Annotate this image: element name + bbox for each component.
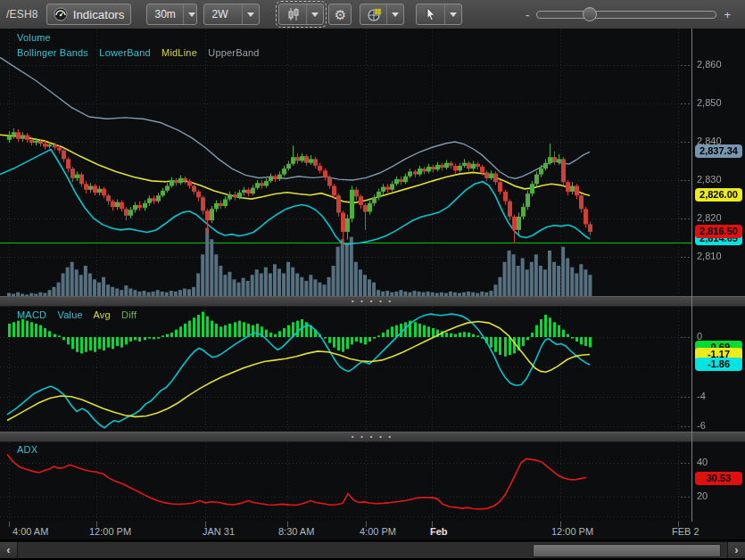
adx-tick-label: 20	[697, 490, 708, 501]
chart-scrollbar: ‹ ›	[0, 541, 745, 558]
price-tick-label: 2,810	[697, 251, 722, 261]
chart-settings-button[interactable]: ⚙	[328, 4, 352, 25]
range-dropdown[interactable]: 2W	[203, 4, 260, 25]
time-axis-label: Feb	[430, 526, 448, 537]
volume-study-label[interactable]: Volume	[17, 32, 59, 43]
time-axis[interactable]: 4:00 AM12:00 PMJAN 318:30 AM4:00 PMFeb12…	[0, 522, 745, 539]
time-axis-label: 12:00 PM	[89, 526, 131, 537]
price-tick-label: 2,860	[697, 59, 722, 70]
midline-price-badge: 2,826.00	[695, 188, 742, 202]
grid-layout-dropdown[interactable]	[360, 4, 404, 25]
adx-study-label[interactable]: ADX	[17, 444, 46, 455]
scrollbar-track[interactable]	[18, 542, 727, 558]
chevron-down-icon	[444, 4, 461, 24]
timeframe-dropdown[interactable]: 30m	[146, 4, 197, 25]
gauge-icon	[54, 7, 68, 21]
time-axis-label: FEB 2	[672, 526, 699, 537]
scroll-right-arrow-icon[interactable]: ›	[727, 542, 745, 558]
macd-tick-label: -4	[697, 391, 706, 401]
indicators-button[interactable]: Indicators	[46, 4, 132, 25]
macd-diff-label: Diff	[121, 309, 137, 320]
chart-toolbar: /ESH8 Indicators 30m 2W	[0, 0, 745, 29]
zoom-control: - +	[518, 0, 738, 29]
bollinger-lowerband-label: LowerBand	[99, 47, 150, 58]
macd-tick-label: -6	[697, 420, 706, 431]
scrollbar-thumb[interactable]	[533, 544, 721, 557]
time-axis-label: 8:30 AM	[278, 526, 314, 537]
bollinger-upperband-label: UpperBand	[208, 47, 259, 58]
chevron-down-icon	[242, 4, 259, 24]
time-axis-label: JAN 31	[203, 526, 235, 537]
divider-grip-dots-icon: • • • • •	[352, 433, 393, 440]
scroll-left-arrow-icon[interactable]: ‹	[0, 542, 18, 558]
chart-type-dropdown[interactable]	[278, 4, 324, 25]
panel-divider-main-macd[interactable]: • • • • •	[0, 296, 745, 307]
bollinger-study-label[interactable]: Bollinger Bands LowerBand MidLine UpperB…	[17, 47, 268, 58]
divider-grip-dots-icon: • • • • •	[352, 298, 393, 304]
cursor-arrow-icon	[424, 7, 438, 21]
candlestick-chart-icon	[286, 7, 301, 21]
zoom-out-button[interactable]: -	[518, 8, 536, 21]
chart-area: Volume Bollinger Bands LowerBand MidLine…	[0, 29, 745, 522]
last-price-price-badge: 2,816.50	[695, 225, 742, 238]
cursor-tool-dropdown[interactable]	[416, 4, 462, 25]
indicators-button-label: Indicators	[73, 8, 125, 21]
price-tick-label: 2,820	[697, 212, 722, 223]
time-axis-label: 12:00 PM	[551, 526, 593, 537]
adx-value-badge: 30.53	[695, 472, 742, 485]
adx-tick-label: 40	[697, 457, 708, 467]
upperband-price-badge: 2,837.34	[695, 144, 742, 158]
timeframe-value: 30m	[154, 8, 182, 21]
bollinger-name: Bollinger Bands	[17, 47, 88, 58]
macd-value-badge: -1.86	[695, 358, 742, 371]
time-axis-tick	[9, 522, 10, 527]
range-value: 2W	[211, 8, 242, 21]
price-axis[interactable]: 2,8602,8502,8402,8302,8202,8100-4-640202…	[691, 29, 745, 522]
time-axis-label: 4:00 PM	[360, 526, 396, 537]
price-tick-label: 2,830	[697, 174, 722, 185]
zoom-slider-track[interactable]	[536, 11, 716, 19]
chevron-down-icon	[386, 4, 403, 24]
zoom-slider-handle[interactable]	[583, 7, 597, 21]
chart-canvas[interactable]	[0, 29, 691, 522]
gear-icon: ⚙	[335, 8, 346, 21]
panel-divider-macd-adx[interactable]: • • • • •	[0, 432, 745, 442]
trading-platform-window: /ESH8 Indicators 30m 2W	[0, 0, 745, 560]
chevron-down-icon	[183, 4, 200, 24]
chevron-down-icon	[306, 4, 323, 24]
macd-study-label[interactable]: MACD Value Avg Diff	[17, 309, 145, 320]
time-axis-label: 4:00 AM	[12, 526, 48, 537]
macd-value-label: Value	[57, 309, 82, 320]
symbol-label[interactable]: /ESH8	[6, 8, 38, 21]
zoom-in-button[interactable]: +	[716, 8, 738, 21]
bollinger-midline-label: MidLine	[161, 47, 197, 58]
price-tick-label: 2,850	[697, 97, 722, 108]
macd-avg-label: Avg	[93, 309, 110, 320]
flexible-grid-icon	[368, 7, 382, 21]
macd-name: MACD	[17, 309, 46, 320]
